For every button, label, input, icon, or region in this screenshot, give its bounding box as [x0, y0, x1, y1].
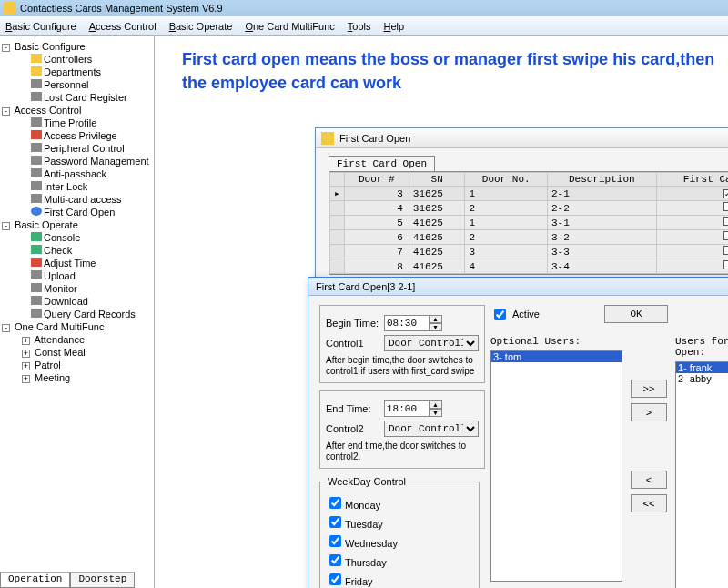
tree-node[interactable]: + Const Meal: [2, 346, 152, 359]
ok-button[interactable]: OK: [604, 305, 668, 323]
help1-text: After begin time,the door switches to co…: [326, 355, 479, 377]
table-row[interactable]: 43162522-2: [330, 201, 729, 216]
first-card-checkbox[interactable]: [723, 189, 728, 198]
end-time-label: End Time:: [326, 403, 384, 414]
optional-users-label: Optional Users:: [490, 336, 622, 347]
spin-down-icon[interactable]: ▼: [430, 323, 442, 331]
tree-node[interactable]: + Attendance: [2, 333, 152, 346]
tab-first-card-open[interactable]: First Card Open: [329, 156, 435, 171]
col-header[interactable]: First Card Open: [656, 173, 728, 187]
title-bar: Contactless Cards Management System V6.9: [0, 0, 728, 16]
tree-node[interactable]: + Meeting: [2, 371, 152, 384]
active-checkbox[interactable]: [494, 309, 506, 320]
begin-time-input[interactable]: [384, 315, 430, 331]
first-card-checkbox[interactable]: [723, 217, 728, 226]
menu-item[interactable]: Tools: [348, 21, 371, 32]
tree-node[interactable]: Inter Lock: [2, 180, 152, 193]
tree-node[interactable]: Access Privilege: [2, 129, 152, 142]
first-card-checkbox[interactable]: [723, 246, 728, 255]
table-row[interactable]: 64162523-2: [330, 230, 729, 245]
list-item[interactable]: 2- abby: [676, 373, 728, 384]
table-row[interactable]: ▸33162512-1: [330, 187, 729, 201]
nav-tree[interactable]: - Basic ConfigureControllersDepartmentsP…: [0, 36, 155, 588]
weekday-legend: WeekDay Control: [326, 476, 408, 487]
col-header[interactable]: SN: [409, 173, 465, 187]
spin-down-icon[interactable]: ▼: [430, 409, 442, 417]
weekday-option[interactable]: Monday: [326, 494, 473, 512]
tree-node[interactable]: - One Card MultiFunc: [2, 320, 152, 333]
move-left-button[interactable]: <: [631, 471, 667, 489]
menu-item[interactable]: Basic Configure: [5, 21, 76, 32]
tree-node[interactable]: Personnel: [2, 78, 152, 91]
table-row[interactable]: 74162533-3: [330, 245, 729, 259]
move-right-button[interactable]: >: [631, 403, 667, 421]
first-card-checkbox[interactable]: [723, 202, 728, 211]
tree-node[interactable]: Upload: [2, 269, 152, 282]
tree-node[interactable]: Lost Card Register: [2, 91, 152, 104]
tree-node[interactable]: Time Profile: [2, 117, 152, 129]
spin-up-icon[interactable]: ▲: [430, 400, 442, 409]
list-item[interactable]: 3- tom: [491, 351, 622, 362]
end-group: End Time: ▲▼ Control2 Door Controlled Af…: [319, 390, 485, 469]
app-title: Contactless Cards Management System V6.9: [20, 3, 223, 14]
tree-node[interactable]: Console: [2, 231, 152, 244]
weekday-checkbox[interactable]: [329, 516, 341, 528]
tree-node[interactable]: + Patrol: [2, 359, 152, 371]
optional-users-list[interactable]: 3- tom: [490, 350, 622, 582]
tree-node[interactable]: Monitor: [2, 282, 152, 295]
list-item[interactable]: 1- frank: [676, 362, 728, 373]
end-time-input[interactable]: [384, 400, 430, 417]
tree-node[interactable]: Password Management: [2, 155, 152, 167]
move-all-left-button[interactable]: <<: [631, 494, 667, 512]
bottom-tab[interactable]: Operation: [0, 573, 70, 588]
weekday-checkbox[interactable]: [329, 535, 341, 547]
tree-node[interactable]: Anti-passback: [2, 167, 152, 180]
menu-bar: Basic ConfigureAccess ControlBasic Opera…: [0, 16, 728, 36]
content-area: First card open means the boss or manage…: [155, 36, 728, 588]
tree-node[interactable]: Download: [2, 295, 152, 308]
menu-item[interactable]: Help: [384, 21, 405, 32]
control2-select[interactable]: Door Controlled: [384, 421, 479, 437]
door-grid[interactable]: Door #SNDoor No.DescriptionFirst Card Op…: [329, 171, 728, 275]
first-card-open-dialog: First Card Open[3 2-1] Begin Time: ▲▼: [308, 277, 728, 588]
weekday-checkbox[interactable]: [329, 573, 341, 585]
first-card-checkbox[interactable]: [723, 260, 728, 269]
menu-item[interactable]: Basic Operate: [169, 21, 233, 32]
move-all-right-button[interactable]: >>: [631, 380, 667, 398]
bottom-tab[interactable]: Doorstep: [70, 573, 135, 588]
weekday-option[interactable]: Thursday: [326, 552, 473, 569]
tree-node[interactable]: Adjust Time: [2, 257, 152, 269]
weekday-option[interactable]: Tuesday: [326, 513, 473, 531]
help2-text: After end time,the door switches to cont…: [326, 441, 479, 462]
table-row[interactable]: 84162543-4: [330, 259, 729, 274]
table-row[interactable]: 54162513-1: [330, 216, 729, 230]
weekday-checkbox[interactable]: [329, 554, 341, 566]
menu-item[interactable]: One Card MultiFunc: [245, 21, 334, 32]
menu-item[interactable]: Access Control: [89, 21, 157, 32]
tree-node[interactable]: - Access Control: [2, 104, 152, 117]
tree-node[interactable]: - Basic Operate: [2, 218, 152, 231]
col-header[interactable]: Description: [548, 173, 657, 187]
first-card-checkbox[interactable]: [723, 231, 728, 240]
users-first-card-list[interactable]: 1- frank2- abby: [675, 361, 728, 588]
bottom-tabs: OperationDoorstep: [0, 572, 135, 588]
col-header[interactable]: Door #: [344, 173, 409, 187]
tree-node[interactable]: Query Card Records: [2, 308, 152, 320]
weekday-option[interactable]: Wednesday: [326, 532, 473, 550]
tree-node[interactable]: Check: [2, 244, 152, 257]
col-header[interactable]: Door No.: [465, 173, 548, 187]
tree-node[interactable]: First Card Open: [2, 206, 152, 218]
spin-up-icon[interactable]: ▲: [430, 315, 442, 323]
tree-node[interactable]: Controllers: [2, 53, 152, 66]
control1-label: Control1: [326, 338, 384, 349]
window-header: First Card Open – □ ×: [316, 128, 728, 148]
tree-node[interactable]: Multi-card access: [2, 193, 152, 206]
tree-node[interactable]: Peripheral Control: [2, 142, 152, 155]
weekday-option[interactable]: Friday: [326, 571, 473, 588]
window-icon: [321, 132, 334, 145]
users-first-card-label: Users for First Card Open:: [675, 336, 728, 358]
tree-node[interactable]: - Basic Configure: [2, 40, 152, 53]
weekday-checkbox[interactable]: [329, 497, 341, 509]
control1-select[interactable]: Door Controlled: [384, 335, 479, 351]
tree-node[interactable]: Departments: [2, 66, 152, 78]
